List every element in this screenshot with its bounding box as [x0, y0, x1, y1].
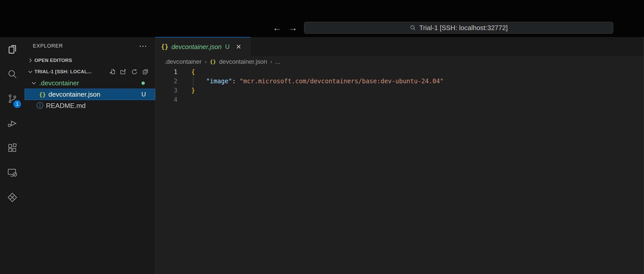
- chevron-down-icon: [27, 69, 33, 75]
- file-name: devcontainer.json: [49, 90, 100, 98]
- tree-item-readme[interactable]: ⓘ README.md: [25, 100, 155, 111]
- breadcrumb: .devcontainer › {} devcontainer.json › .…: [155, 56, 644, 67]
- activity-source-control[interactable]: 1: [0, 86, 25, 111]
- command-center[interactable]: Trial-1 [SSH: localhost:32772]: [304, 22, 613, 34]
- chevron-separator-icon: ›: [270, 58, 272, 65]
- remote-explorer-icon: [7, 167, 18, 178]
- activity-extensions[interactable]: [0, 136, 25, 160]
- code-line-1[interactable]: 1 {: [155, 67, 644, 77]
- workspace-label: TRIAL-1 [SSH: LOCAL...: [34, 69, 92, 75]
- run-debug-icon: [7, 118, 18, 129]
- open-editors-label: OPEN EDITORS: [34, 58, 72, 63]
- indent-guide: [193, 77, 193, 86]
- tab-bar: {} devcontainer.json U ✕: [155, 37, 644, 56]
- editor-group: {} devcontainer.json U ✕ .devcontainer ›…: [155, 37, 644, 274]
- tab-untracked-badge: U: [225, 43, 230, 50]
- activity-bar: 1: [0, 37, 25, 274]
- section-workspace[interactable]: TRIAL-1 [SSH: LOCAL...: [25, 66, 155, 77]
- code-token: "mcr.microsoft.com/devcontainers/base:de…: [240, 78, 444, 85]
- tree-item-devcontainer-folder[interactable]: .devcontainer: [25, 77, 155, 89]
- sidebar-title: EXPLORER: [33, 43, 63, 49]
- code-line-4[interactable]: 4: [155, 95, 644, 104]
- collapse-all-icon[interactable]: [142, 68, 149, 75]
- folder-name: .devcontainer: [39, 79, 79, 87]
- code-token: }: [191, 87, 195, 94]
- title-bar: ← → Trial-1 [SSH: localhost:32772]: [0, 0, 644, 37]
- code-token: :: [232, 78, 240, 85]
- breadcrumb-folder[interactable]: .devcontainer: [165, 58, 202, 65]
- window-title: Trial-1 [SSH: localhost:32772]: [419, 24, 508, 32]
- code-line-2[interactable]: 2 "image": "mcr.microsoft.com/devcontain…: [155, 77, 644, 86]
- activity-explorer[interactable]: [0, 37, 25, 62]
- chevron-down-icon: [31, 80, 37, 86]
- code-token: "image": [206, 78, 232, 85]
- sidebar-header: EXPLORER ⋯: [25, 37, 155, 55]
- tree-item-devcontainer-json[interactable]: {} devcontainer.json U: [25, 89, 155, 100]
- tab-devcontainer-json[interactable]: {} devcontainer.json U ✕: [155, 37, 251, 56]
- code-token: [191, 78, 206, 85]
- search-icon: [7, 69, 18, 79]
- breadcrumb-symbol[interactable]: ...: [275, 58, 280, 65]
- line-number: 2: [155, 77, 184, 86]
- tab-label: devcontainer.json: [172, 43, 222, 51]
- untracked-dot-badge: [141, 81, 145, 85]
- files-icon: [7, 44, 18, 55]
- activity-remote-explorer[interactable]: [0, 160, 25, 185]
- new-file-icon[interactable]: [109, 68, 116, 75]
- chevron-right-icon: [27, 57, 33, 63]
- refresh-icon[interactable]: [131, 68, 138, 75]
- code-line-3[interactable]: 3 }: [155, 86, 644, 95]
- search-icon: [410, 24, 416, 31]
- line-number: 1: [155, 67, 184, 77]
- activity-azure[interactable]: [0, 185, 25, 210]
- untracked-u-badge: U: [141, 91, 146, 98]
- chevron-separator-icon: ›: [205, 58, 207, 65]
- explorer-actions: [109, 68, 155, 75]
- section-open-editors[interactable]: OPEN EDITORS: [25, 55, 155, 66]
- explorer-sidebar: EXPLORER ⋯ OPEN EDITORS TRIAL-1 [SSH: LO…: [25, 37, 155, 274]
- json-file-icon: {}: [161, 43, 168, 50]
- extensions-icon: [7, 143, 18, 153]
- back-arrow-icon[interactable]: ←: [273, 23, 281, 33]
- json-file-icon: {}: [210, 59, 216, 65]
- json-file-icon: {}: [39, 91, 46, 98]
- new-folder-icon[interactable]: [120, 68, 127, 75]
- code-token: {: [191, 68, 195, 76]
- close-icon[interactable]: ✕: [236, 43, 241, 51]
- info-file-icon: ⓘ: [36, 102, 43, 109]
- history-nav: ← →: [273, 22, 297, 34]
- code-editor[interactable]: 1 { 2 "image": "mcr.microsoft.com/devcon…: [155, 67, 644, 104]
- scm-badge: 1: [13, 100, 21, 108]
- azure-icon: [7, 192, 18, 203]
- breadcrumb-file[interactable]: devcontainer.json: [219, 58, 267, 65]
- line-number: 3: [155, 86, 184, 95]
- line-number: 4: [155, 95, 184, 104]
- file-name: README.md: [46, 102, 86, 110]
- forward-arrow-icon[interactable]: →: [289, 23, 297, 33]
- more-actions-icon[interactable]: ⋯: [139, 42, 147, 50]
- activity-search[interactable]: [0, 62, 25, 86]
- activity-run-debug[interactable]: [0, 111, 25, 136]
